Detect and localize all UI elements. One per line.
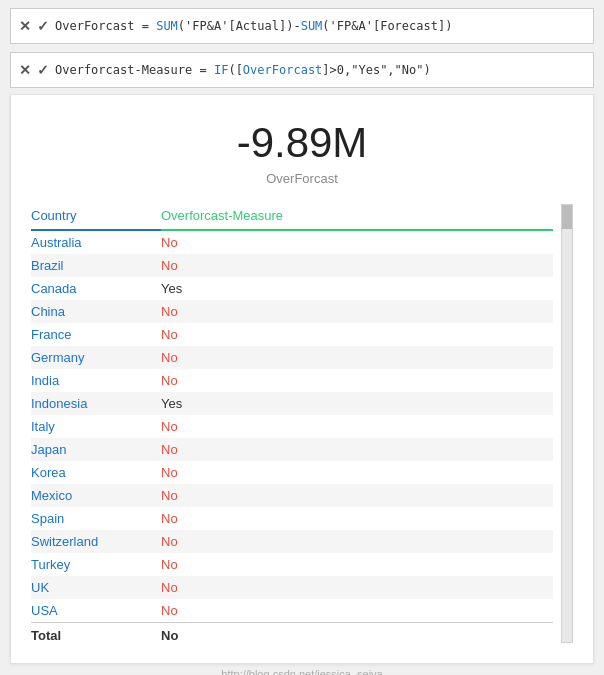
- measure-cell: No: [161, 300, 553, 323]
- metric-label: OverForcast: [31, 171, 573, 186]
- table-row: ItalyNo: [31, 415, 553, 438]
- total-measure: No: [161, 623, 553, 644]
- country-cell: Indonesia: [31, 392, 161, 415]
- metric-value: -9.89M: [31, 119, 573, 167]
- measure-cell: No: [161, 530, 553, 553]
- measure-cell: No: [161, 461, 553, 484]
- table-row: BrazilNo: [31, 254, 553, 277]
- scrollbar-thumb[interactable]: [562, 205, 572, 229]
- country-cell: Korea: [31, 461, 161, 484]
- measure-cell: No: [161, 438, 553, 461]
- measure-cell: No: [161, 415, 553, 438]
- table-row: GermanyNo: [31, 346, 553, 369]
- formula-var-2: Overforcast-Measure =: [55, 63, 214, 77]
- country-cell: UK: [31, 576, 161, 599]
- table-row: KoreaNo: [31, 461, 553, 484]
- formula-fn-3: IF: [214, 63, 228, 77]
- formula-var-1: OverForcast =: [55, 19, 156, 33]
- formula-text-2: Overforcast-Measure = IF([OverForcast]>0…: [55, 63, 585, 77]
- country-cell: Canada: [31, 277, 161, 300]
- table-row: IndonesiaYes: [31, 392, 553, 415]
- measure-cell: No: [161, 323, 553, 346]
- country-cell: Italy: [31, 415, 161, 438]
- table-row: CanadaYes: [31, 277, 553, 300]
- country-cell: Mexico: [31, 484, 161, 507]
- measure-cell: No: [161, 553, 553, 576]
- country-cell: Turkey: [31, 553, 161, 576]
- measure-cell: No: [161, 346, 553, 369]
- formula-ref-1: OverForcast: [243, 63, 322, 77]
- formula-fn-2: SUM: [301, 19, 323, 33]
- formula-fn-1: SUM: [156, 19, 178, 33]
- table-row: FranceNo: [31, 323, 553, 346]
- country-cell: Australia: [31, 230, 161, 254]
- measure-cell: Yes: [161, 277, 553, 300]
- country-cell: Japan: [31, 438, 161, 461]
- country-cell: China: [31, 300, 161, 323]
- cancel-btn-1[interactable]: ✕: [19, 19, 31, 33]
- table-row: JapanNo: [31, 438, 553, 461]
- country-cell: USA: [31, 599, 161, 623]
- formula-body-4: ]>0,"Yes","No"): [322, 63, 430, 77]
- country-cell: Switzerland: [31, 530, 161, 553]
- measure-cell: No: [161, 369, 553, 392]
- country-cell: Brazil: [31, 254, 161, 277]
- col-header-measure: Overforcast-Measure: [161, 204, 553, 230]
- formula-body-1: ('FP&A'[Actual])-: [178, 19, 301, 33]
- total-label: Total: [31, 623, 161, 644]
- table-row: MexicoNo: [31, 484, 553, 507]
- country-cell: France: [31, 323, 161, 346]
- data-table: Country Overforcast-Measure AustraliaNoB…: [31, 204, 553, 643]
- measure-cell: Yes: [161, 392, 553, 415]
- formula-body-2: ('FP&A'[Forecast]): [322, 19, 452, 33]
- formula-body-3: ([: [228, 63, 242, 77]
- measure-cell: No: [161, 576, 553, 599]
- cancel-btn-2[interactable]: ✕: [19, 63, 31, 77]
- measure-cell: No: [161, 230, 553, 254]
- main-card: -9.89M OverForcast Country Overforcast-M…: [10, 94, 594, 664]
- table-row: SpainNo: [31, 507, 553, 530]
- table-row: AustraliaNo: [31, 230, 553, 254]
- confirm-btn-1[interactable]: ✓: [37, 19, 49, 33]
- table-row: ChinaNo: [31, 300, 553, 323]
- country-cell: Germany: [31, 346, 161, 369]
- formula-bar-2: ✕ ✓ Overforcast-Measure = IF([OverForcas…: [10, 52, 594, 88]
- table-row: USANo: [31, 599, 553, 623]
- measure-cell: No: [161, 599, 553, 623]
- country-cell: India: [31, 369, 161, 392]
- watermark-text: http://blog.csdn.net/jessica_seiya: [0, 668, 604, 675]
- formula-text-1: OverForcast = SUM('FP&A'[Actual])-SUM('F…: [55, 19, 585, 33]
- table-row: IndiaNo: [31, 369, 553, 392]
- col-header-country: Country: [31, 204, 161, 230]
- measure-cell: No: [161, 484, 553, 507]
- table-container: Country Overforcast-Measure AustraliaNoB…: [31, 204, 573, 643]
- formula-bar-1: ✕ ✓ OverForcast = SUM('FP&A'[Actual])-SU…: [10, 8, 594, 44]
- table-row: SwitzerlandNo: [31, 530, 553, 553]
- measure-cell: No: [161, 507, 553, 530]
- table-row: UKNo: [31, 576, 553, 599]
- table-row: TurkeyNo: [31, 553, 553, 576]
- country-cell: Spain: [31, 507, 161, 530]
- scrollbar[interactable]: [561, 204, 573, 643]
- confirm-btn-2[interactable]: ✓: [37, 63, 49, 77]
- measure-cell: No: [161, 254, 553, 277]
